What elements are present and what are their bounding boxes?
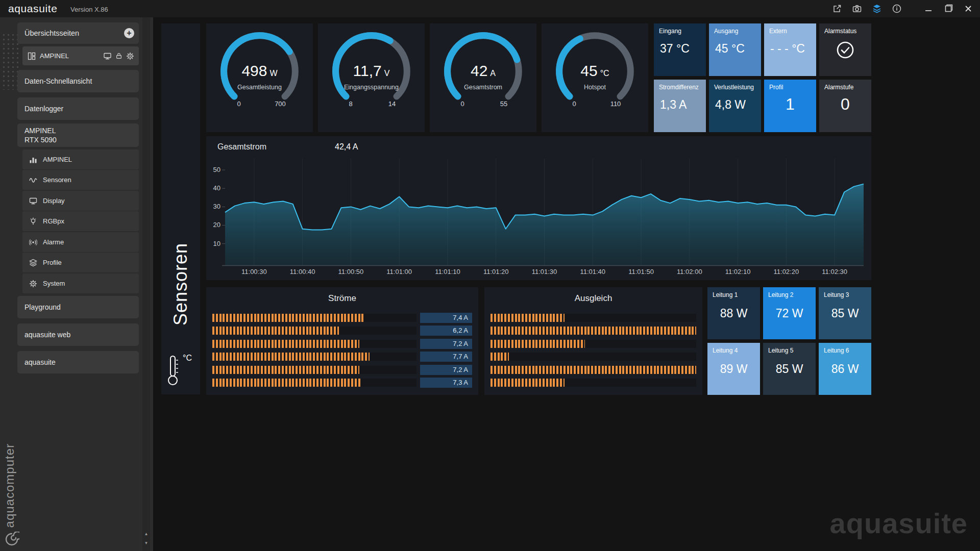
alarm-icon [29,238,37,246]
item-label: AMPINEL [43,156,72,163]
bar-fill [491,366,696,374]
panel-title: Ausgleich [484,293,702,304]
dashboard-canvas: Sensoren °C 498W Gesamtleistung 0 700 11… [153,17,980,551]
leitung-tiles-grid: Leitung 188 WLeitung 272 WLeitung 385 WL… [707,287,871,395]
monitor-icon[interactable] [103,52,112,60]
stroeme-panel: Ströme 7,4 A6,2 A7,2 A7,7 A7,2 A7,3 A [206,287,478,395]
gauge-label: Hotspot [542,84,648,91]
thermometer-icon [164,355,182,387]
data-overview-button[interactable] [871,3,883,14]
sidebar-scrollbar[interactable]: ▲ ▼ [142,17,150,551]
minimize-button[interactable] [923,3,934,14]
bar-track [491,327,696,335]
aquacomputer-logo-icon [4,532,19,547]
bar-fill [491,353,509,361]
device-name: AMPINEL [24,126,56,135]
item-label: aquasuite [24,358,56,366]
titlebar: aquasuite Version X.86 [0,0,980,17]
current-bar-row: 6,2 A [212,325,472,336]
sidebar-subitem-rgbpx[interactable]: RGBpx [22,211,139,231]
svg-text:11:02:10: 11:02:10 [725,268,751,276]
current-bar-row [491,339,696,349]
sidebar-subitem-display[interactable]: Display [22,191,139,211]
sidebar-item-device-ampinel[interactable]: AMPINEL RTX 5090 [17,123,139,147]
gauge-max: 14 [377,100,407,108]
dashboard-icon [28,52,36,60]
bar-fill [212,327,339,335]
maximize-icon [943,4,953,14]
scroll-up-icon[interactable]: ▲ [142,531,150,538]
tile-leitung-2: Leitung 272 W [763,287,816,339]
minimize-icon [923,4,934,14]
bar-track [491,366,696,374]
export-button[interactable] [831,3,843,14]
sidebar-subitem-profile[interactable]: Profile [22,253,139,272]
close-button[interactable] [963,3,974,14]
tile-ausgang: Ausgang45 °C [709,23,761,76]
tile-leitung-3: Leitung 385 W [819,287,871,339]
lock-icon[interactable] [115,52,122,60]
tile-value: 1 [764,95,816,114]
tile-value: 4,8 W [709,98,761,112]
gauge-max: 110 [600,100,631,108]
gauge-eingangsspannung: 11,7V Eingangsspannung 8 14 [318,23,425,132]
gauge-label: Gesamtstrom [430,84,536,91]
svg-text:11:02:00: 11:02:00 [677,268,702,276]
sidebar-section-overview-pages[interactable]: Übersichtsseiten + [17,22,139,44]
bar-value: 7,4 A [420,313,472,323]
aquacomputer-brand: aquacomputer [3,443,17,528]
sidebar-item-quick-view[interactable]: Daten-Schnellansicht [17,70,139,92]
sidebar-subitem-system[interactable]: System [22,273,139,293]
area-chart: 11:00:3011:00:4011:00:5011:01:0011:01:10… [206,136,871,280]
tile-value: 0 [819,95,871,114]
sidebar-subitem-ampinel[interactable]: AMPINEL [22,149,139,169]
tile-label: Stromdifferenz [654,80,706,91]
current-bar-row: 7,3 A [212,378,472,388]
screenshot-button[interactable] [851,3,863,14]
svg-text:11:00:40: 11:00:40 [290,268,315,276]
sidebar-item-datalogger[interactable]: Datenlogger [17,97,139,120]
sidebar-subitem-alarme[interactable]: Alarme [22,232,139,252]
titlebar-icons [831,0,974,17]
stroeme-bars: 7,4 A6,2 A7,2 A7,7 A7,2 A7,3 A [212,313,472,388]
add-overview-page-button[interactable]: + [124,28,134,38]
maximize-button[interactable] [943,3,954,14]
tile-value: - - - °C [764,42,816,56]
bar-value: 7,2 A [420,365,472,375]
sidebar-item-playground[interactable]: Playground [17,296,139,318]
sidebar-item-aquasuite[interactable]: aquasuite [17,351,139,373]
export-icon [832,4,842,14]
alarm-ok-check-icon [835,40,855,60]
bar-fill [212,353,370,361]
svg-text:11:01:00: 11:01:00 [386,268,412,276]
gauge-min: 0 [447,100,478,108]
current-bar-row [491,325,696,336]
gear-icon [29,280,37,288]
gear-icon[interactable] [126,52,134,60]
tile-eingang: Eingang37 °C [654,23,706,76]
tile-leitung-6: Leitung 686 W [819,343,871,395]
svg-text:11:00:50: 11:00:50 [338,268,364,276]
sidebar-subitem-sensoren[interactable]: Sensoren [22,170,139,190]
svg-text:11:01:30: 11:01:30 [532,268,557,276]
scroll-down-icon[interactable]: ▼ [142,540,150,547]
gauge-min: 0 [224,100,254,108]
tile-value: 45 °C [709,42,761,56]
tile-label: Leitung 1 [707,287,760,298]
sidebar-item-ampinel-overview-page[interactable]: AMPINEL [22,46,139,65]
gauge-hotspot: 45°C Hotspot 0 110 [542,23,648,132]
item-label: Display [43,197,65,205]
item-label: Datenlogger [24,105,63,113]
svg-text:11:01:20: 11:01:20 [483,268,509,276]
sidebar-item-aquasuite-web[interactable]: aquasuite web [17,323,139,346]
bar-track [491,340,696,348]
bar-value: 6,2 A [420,325,472,336]
layers-icon [872,4,882,14]
item-label: System [43,280,65,287]
info-button[interactable] [891,3,902,14]
bar-value: 7,2 A [420,339,472,349]
gauge-label: Eingangsspannung [318,84,425,91]
item-label: Sensoren [43,176,71,184]
bar-track [212,366,416,374]
device-model: RTX 5090 [24,135,57,144]
